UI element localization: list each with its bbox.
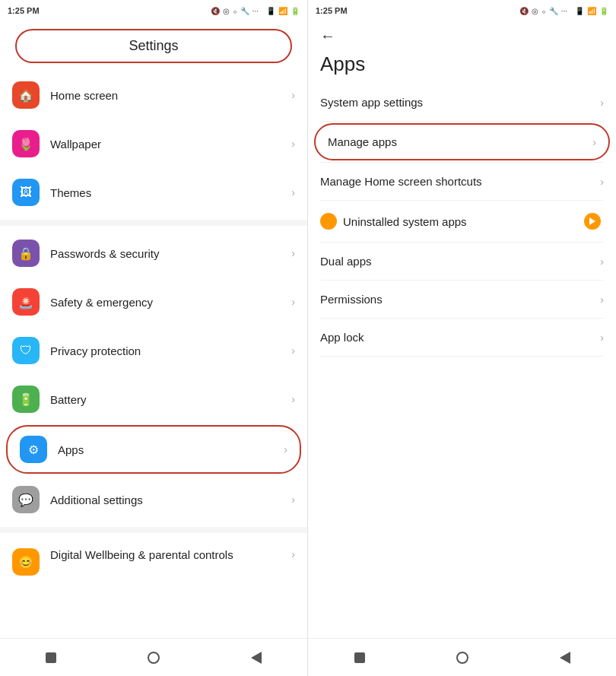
manage-home-shortcuts-chevron: › xyxy=(600,176,604,188)
apps-page-title: Apps xyxy=(308,48,616,84)
app-lock-label: App lock xyxy=(320,331,600,344)
additional-label: Additional settings xyxy=(50,494,291,506)
uninstalled-right-badge xyxy=(584,213,601,230)
passwords-chevron: › xyxy=(291,247,295,259)
menu-item-home-screen[interactable]: 🏠 Home screen › xyxy=(0,71,307,119)
battery-label: Battery xyxy=(50,393,291,406)
menu-item-privacy[interactable]: 🛡 Privacy protection › xyxy=(0,326,307,375)
back-arrow-button[interactable]: ← xyxy=(320,27,335,45)
dual-apps-chevron: › xyxy=(600,255,604,268)
right-divider-6 xyxy=(320,356,604,357)
left-status-bar: 1:25 PM 🔇 ◎ ⬦ 🔧 ··· 📱 📶 🔋 xyxy=(0,0,307,21)
menu-item-digital[interactable]: 😊 Digital Wellbeing & parental controls … xyxy=(0,536,307,586)
right-divider-0 xyxy=(320,121,604,122)
apps-label: Apps xyxy=(58,443,284,456)
menu-item-additional[interactable]: 💬 Additional settings › xyxy=(0,475,307,524)
right-bottom-nav xyxy=(308,638,616,676)
privacy-icon: 🛡 xyxy=(12,337,40,364)
battery-icon: 🔋 xyxy=(12,386,40,413)
additional-icon: 💬 xyxy=(12,486,40,513)
settings-menu-list: 🏠 Home screen › 🌷 Wallpaper › 🖼 Themes › xyxy=(0,71,307,638)
right-time: 1:25 PM xyxy=(316,6,348,15)
additional-chevron: › xyxy=(291,494,295,506)
apps-menu-list: System app settings › Manage apps › Mana… xyxy=(308,84,616,638)
digital-label: Digital Wellbeing & parental controls xyxy=(50,547,291,563)
right-nav-back[interactable] xyxy=(554,647,576,668)
wallpaper-chevron: › xyxy=(291,138,295,150)
manage-apps-label: Manage apps xyxy=(328,135,592,148)
themes-label: Themes xyxy=(50,186,291,199)
passwords-icon: 🔒 xyxy=(12,240,40,267)
menu-item-themes[interactable]: 🖼 Themes › xyxy=(0,168,307,217)
left-time: 1:25 PM xyxy=(8,6,40,15)
right-item-app-lock[interactable]: App lock › xyxy=(308,319,616,356)
safety-chevron: › xyxy=(291,296,295,308)
permissions-chevron: › xyxy=(600,294,604,306)
right-item-manage-home-shortcuts[interactable]: Manage Home screen shortcuts › xyxy=(308,163,616,200)
privacy-chevron: › xyxy=(291,344,295,357)
right-nav-square[interactable] xyxy=(349,647,370,668)
right-status-icons: 🔇 ◎ ⬦ 🔧 ··· 📱 📶 🔋 xyxy=(519,7,608,15)
digital-chevron: › xyxy=(291,548,295,560)
passwords-label: Passwords & security xyxy=(50,247,291,260)
menu-item-wallpaper[interactable]: 🌷 Wallpaper › xyxy=(0,119,307,168)
divider-2 xyxy=(0,527,307,533)
left-nav-back[interactable] xyxy=(246,647,267,668)
system-app-settings-label: System app settings xyxy=(320,96,600,109)
right-item-manage-apps[interactable]: Manage apps › xyxy=(314,123,610,160)
apps-icon: ⚙ xyxy=(20,436,47,463)
themes-icon: 🖼 xyxy=(12,179,40,206)
right-item-dual-apps[interactable]: Dual apps › xyxy=(308,243,616,280)
settings-title: Settings xyxy=(15,29,292,63)
menu-item-passwords[interactable]: 🔒 Passwords & security › xyxy=(0,229,307,278)
dual-apps-label: Dual apps xyxy=(320,255,600,268)
themes-chevron: › xyxy=(291,186,295,198)
app-lock-chevron: › xyxy=(600,332,604,344)
wallpaper-label: Wallpaper xyxy=(50,138,291,151)
battery-chevron: › xyxy=(291,393,295,405)
home-screen-icon: 🏠 xyxy=(12,81,40,109)
left-nav-square[interactable] xyxy=(40,647,62,668)
right-item-uninstalled-system-apps[interactable]: Uninstalled system apps xyxy=(308,201,616,242)
menu-item-safety[interactable]: 🚨 Safety & emergency › xyxy=(0,278,307,326)
safety-label: Safety & emergency xyxy=(50,296,291,309)
right-item-system-app-settings[interactable]: System app settings › xyxy=(308,84,616,121)
right-status-bar: 1:25 PM 🔇 ◎ ⬦ 🔧 ··· 📱 📶 🔋 xyxy=(308,0,616,21)
home-screen-chevron: › xyxy=(291,89,295,101)
divider-1 xyxy=(0,220,307,226)
system-app-settings-chevron: › xyxy=(600,97,604,109)
menu-item-battery[interactable]: 🔋 Battery › xyxy=(0,375,307,424)
uninstalled-system-apps-label: Uninstalled system apps xyxy=(343,215,584,228)
uninstalled-left-badge xyxy=(320,213,337,230)
permissions-label: Permissions xyxy=(320,293,600,306)
home-screen-label: Home screen xyxy=(50,89,291,102)
menu-item-apps[interactable]: ⚙ Apps › xyxy=(6,425,301,474)
left-bottom-nav xyxy=(0,638,307,676)
right-nav-circle[interactable] xyxy=(452,647,473,668)
safety-icon: 🚨 xyxy=(12,288,40,316)
left-status-icons: 🔇 ◎ ⬦ 🔧 ··· 📱 📶 🔋 xyxy=(211,7,300,15)
apps-chevron: › xyxy=(284,443,287,455)
right-panel: 1:25 PM 🔇 ◎ ⬦ 🔧 ··· 📱 📶 🔋 ← Apps System … xyxy=(308,0,616,676)
manage-home-shortcuts-label: Manage Home screen shortcuts xyxy=(320,175,600,188)
digital-icon: 😊 xyxy=(12,548,40,576)
manage-apps-chevron: › xyxy=(592,136,596,148)
apps-back-header: ← xyxy=(308,21,616,48)
left-nav-circle[interactable] xyxy=(143,647,164,668)
left-panel: 1:25 PM 🔇 ◎ ⬦ 🔧 ··· 📱 📶 🔋 Settings 🏠 Hom… xyxy=(0,0,308,676)
wallpaper-icon: 🌷 xyxy=(12,130,40,157)
settings-title-wrapper: Settings xyxy=(0,21,307,71)
privacy-label: Privacy protection xyxy=(50,344,291,357)
right-item-permissions[interactable]: Permissions › xyxy=(308,281,616,318)
